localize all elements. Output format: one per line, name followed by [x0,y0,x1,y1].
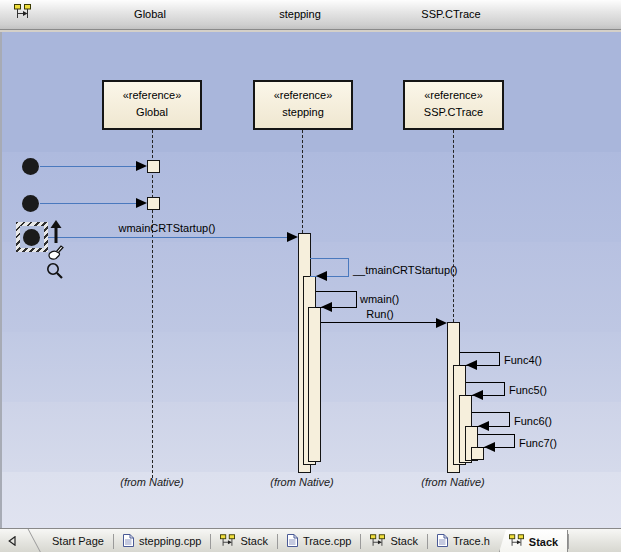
stereotype-label: «reference» [104,89,200,101]
message-label: __tmainCRTStartup() [353,264,457,276]
activation-global-2[interactable] [147,197,160,210]
arrowhead-icon [436,318,447,328]
sequence-diagram-canvas[interactable]: «reference» Global «reference» stepping … [0,32,621,528]
message-label: wmain() [360,293,399,305]
tab-trace-cpp[interactable]: Trace.cpp [278,529,361,552]
activation-global-1[interactable] [147,160,160,173]
lifeline-head-stepping[interactable]: «reference» stepping [253,80,353,130]
lifeline-name: Global [104,106,200,118]
tab-label: stepping.cpp [139,535,201,547]
stereotype-label: «reference» [255,89,351,101]
column-header-ssp-ctrace: SSP.CTrace [401,8,501,20]
found-message-endpoint-3[interactable] [23,229,40,246]
lifeline-head-ssp-ctrace[interactable]: «reference» SSP.CTrace [403,80,504,130]
arrowhead-icon [136,198,147,208]
stereotype-label: «reference» [405,89,502,101]
message-line-wmaincrtstartup[interactable] [48,237,287,238]
found-message-line-2[interactable] [40,203,136,204]
arrowhead-icon [287,232,298,242]
lifeline-global[interactable] [152,130,153,478]
tab-stack-active[interactable]: Stack [499,530,568,552]
tab-label: Trace.cpp [303,535,352,547]
sequence-diagram-icon [14,3,31,23]
found-message-endpoint-2[interactable] [22,195,39,212]
diagram-column-header: Global stepping SSP.CTrace [0,0,621,30]
message-label: Func4() [504,354,542,366]
message-label: Run() [340,308,420,320]
from-native-note-stepping: (from Native) [252,476,352,488]
tab-label: Stack [390,535,418,547]
tab-start-page[interactable]: Start Page [43,529,113,552]
sequence-diagram-icon [370,534,385,549]
message-label: Func6() [514,415,552,427]
activation-ctrace-func7[interactable] [471,447,484,460]
arrowhead-icon [136,161,147,171]
document-icon [287,534,298,549]
document-icon [437,534,448,549]
message-label: Func7() [519,437,557,449]
lifeline-name: SSP.CTrace [405,106,502,118]
tab-label: Stack [529,536,558,548]
from-native-note-ssp-ctrace: (from Native) [403,476,503,488]
arrowhead-icon [472,390,483,400]
found-message-line-1[interactable] [40,166,136,167]
arrowhead-icon [316,271,327,281]
arrowhead-icon [321,302,332,312]
up-arrow-icon[interactable] [50,220,62,248]
arrowhead-icon [484,442,495,452]
found-message-endpoint-1[interactable] [22,158,39,175]
message-label: wmainCRTStartup() [94,222,240,234]
sequence-diagram-window: Global stepping SSP.CTrace «reference» G… [0,0,621,552]
tab-stack-1[interactable]: Stack [211,529,277,552]
sequence-diagram-icon [509,534,524,549]
lifeline-stepping[interactable] [302,130,303,233]
tab-label: Trace.h [453,535,490,547]
document-icon [123,534,134,549]
tab-label: Start Page [52,535,104,547]
tab-stepping-cpp[interactable]: stepping.cpp [114,529,210,552]
magnifier-icon[interactable] [45,261,65,285]
document-tab-bar: Start Page stepping.cpp [0,528,621,552]
lifeline-name: stepping [255,106,351,118]
column-header-global: Global [100,8,200,20]
from-native-note-global: (from Native) [102,476,202,488]
lifeline-head-global[interactable]: «reference» Global [102,80,202,130]
arrowhead-icon [478,421,489,431]
tab-separator [568,534,569,549]
activation-stepping-wmain[interactable] [308,307,321,462]
column-header-stepping: stepping [250,8,350,20]
tab-trace-h[interactable]: Trace.h [428,529,499,552]
arrowhead-icon [466,360,477,370]
tab-stack-2[interactable]: Stack [361,529,427,552]
message-line-run[interactable] [321,322,436,323]
message-label: Func5() [509,384,547,396]
sequence-diagram-icon [220,534,235,549]
lifeline-ssp-ctrace[interactable] [453,130,454,322]
tab-label: Stack [240,535,268,547]
